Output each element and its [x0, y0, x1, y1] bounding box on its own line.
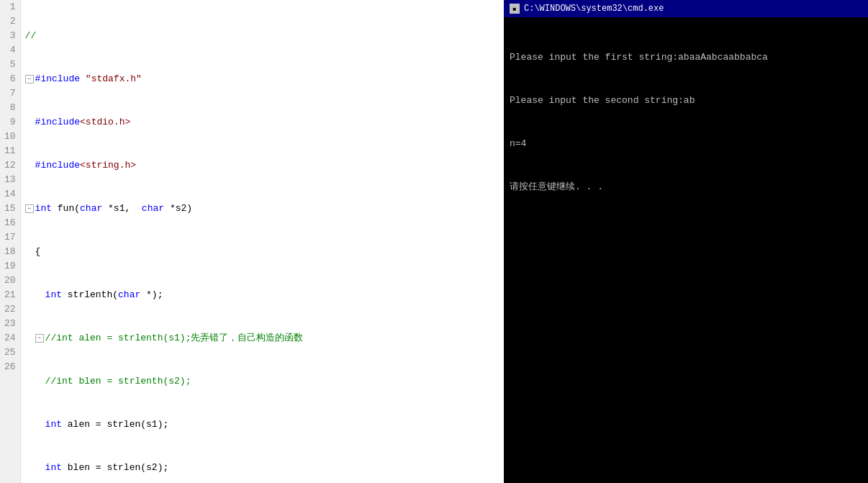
code-line-9: //int blen = strlenth(s2); — [25, 374, 504, 389]
code-line-2: −#include ″stdafx.h″ — [25, 72, 504, 86]
code-line-1: // — [25, 29, 504, 43]
cmd-panel: ■ C:\WINDOWS\system32\cmd.exe Please inp… — [504, 0, 868, 483]
code-editor: 1 2 3 4 5 6 7 8 9 10 11 12 13 14 15 16 1… — [0, 0, 504, 483]
line-numbers: 1 2 3 4 5 6 7 8 9 10 11 12 13 14 15 16 1… — [0, 0, 21, 483]
cmd-icon: ■ — [510, 4, 520, 14]
cmd-line-4: 请按任意键继续. . . — [510, 180, 862, 194]
cmd-line-3: n=4 — [510, 137, 862, 151]
cmd-line-1: Please input the first string:abaaAabcaa… — [510, 50, 862, 65]
cmd-title: C:\WINDOWS\system32\cmd.exe — [524, 4, 664, 14]
collapse-btn-8[interactable]: − — [35, 334, 44, 343]
code-line-5: −int fun(char *s1, char *s2) — [25, 202, 504, 216]
collapse-btn-5[interactable]: − — [25, 204, 34, 213]
code-line-6: { — [25, 245, 504, 259]
cmd-titlebar: ■ C:\WINDOWS\system32\cmd.exe — [504, 0, 868, 17]
collapse-btn-2[interactable]: − — [25, 75, 34, 83]
code-line-11: int blen = strlen(s2); — [25, 461, 504, 475]
cmd-content: Please input the first string:abaaAabcaa… — [504, 17, 868, 483]
code-line-10: int alen = strlen(s1); — [25, 417, 504, 432]
cmd-line-2: Please input the second string:ab — [510, 94, 862, 108]
code-text: // −#include ″stdafx.h″ #include<stdio.h… — [21, 0, 504, 483]
code-line-4: #include<string.h> — [25, 158, 504, 173]
code-line-7: int strlenth(char *); — [25, 288, 504, 302]
code-line-8: −//int alen = strlenth(s1);先弄错了，自己构造的函数 — [25, 331, 504, 346]
code-line-3: #include<stdio.h> — [25, 115, 504, 130]
